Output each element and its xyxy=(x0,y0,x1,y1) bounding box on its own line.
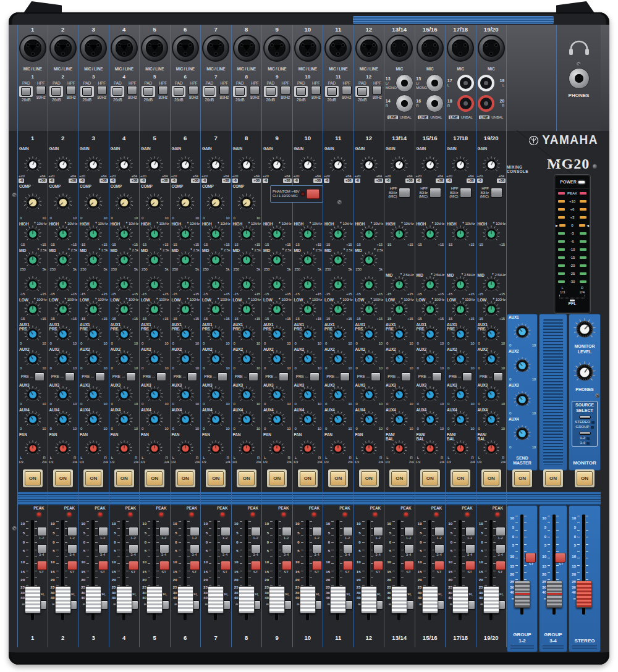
aux2-knob[interactable] xyxy=(266,350,287,368)
gain-knob[interactable] xyxy=(83,156,104,174)
assign-button-st[interactable] xyxy=(129,561,138,570)
eq-high-knob[interactable] xyxy=(83,225,104,243)
eq-high-knob[interactable] xyxy=(53,225,74,243)
hpf-button[interactable] xyxy=(36,86,46,94)
eq-high-knob[interactable] xyxy=(205,225,226,243)
assign-button-3-4[interactable] xyxy=(129,544,138,553)
gain-knob[interactable] xyxy=(450,156,471,174)
aux3-knob[interactable] xyxy=(114,385,135,404)
assign-button-st[interactable] xyxy=(37,561,47,570)
master-on-button-group-3-4[interactable]: ON xyxy=(545,471,561,485)
fader-cap[interactable] xyxy=(300,586,316,613)
comp-knob[interactable] xyxy=(235,193,258,212)
fader-cap[interactable] xyxy=(422,586,438,613)
pre-button[interactable] xyxy=(493,372,503,381)
eq-high-knob[interactable] xyxy=(144,225,165,243)
aux4-knob[interactable] xyxy=(83,410,104,429)
aux3-knob[interactable] xyxy=(297,385,318,404)
eq-mid-gain-knob[interactable] xyxy=(53,275,74,294)
eq-mid-knob[interactable] xyxy=(450,275,471,294)
aux1-knob[interactable] xyxy=(175,325,196,343)
on-button[interactable]: ON xyxy=(361,471,377,485)
on-button[interactable]: ON xyxy=(85,471,101,485)
assign-button-1-2[interactable] xyxy=(98,527,108,536)
eq-mid-gain-knob[interactable] xyxy=(22,275,43,294)
fader-cap[interactable] xyxy=(452,586,468,613)
fader-cap[interactable] xyxy=(361,586,377,613)
eq-high-knob[interactable] xyxy=(358,225,379,243)
pad-button[interactable] xyxy=(327,87,337,96)
master-on-button-group-1-2[interactable]: ON xyxy=(514,471,530,485)
aux1-knob[interactable] xyxy=(83,325,104,343)
eq-mid-gain-knob[interactable] xyxy=(175,275,196,294)
pan-knob[interactable] xyxy=(451,440,470,457)
fader-cap[interactable] xyxy=(208,586,224,613)
on-button[interactable]: ON xyxy=(25,471,41,485)
pan-knob[interactable] xyxy=(23,440,43,457)
hpf-button[interactable] xyxy=(342,86,352,94)
aux1-knob[interactable] xyxy=(53,325,74,343)
assign-button-st[interactable] xyxy=(343,561,353,570)
assign-button-st[interactable] xyxy=(465,561,475,570)
assign-button-3-4[interactable] xyxy=(373,544,383,553)
assign-button-3-4[interactable] xyxy=(37,544,47,553)
hpf-mic-button[interactable] xyxy=(430,188,441,198)
phantom-switch[interactable] xyxy=(307,189,320,199)
hpf-mic-button[interactable] xyxy=(460,188,472,198)
aux3-knob[interactable] xyxy=(236,385,257,404)
pan-knob[interactable] xyxy=(481,440,501,457)
aux2-knob[interactable] xyxy=(297,350,318,368)
pan-knob[interactable] xyxy=(114,440,134,457)
pad-button[interactable] xyxy=(357,87,367,96)
eq-mid-freq-knob[interactable] xyxy=(144,251,165,269)
eq-high-knob[interactable] xyxy=(297,225,318,243)
eq-high-knob[interactable] xyxy=(266,225,287,243)
gain-knob[interactable] xyxy=(175,156,196,174)
aux1-knob[interactable] xyxy=(450,325,471,343)
eq-high-knob[interactable] xyxy=(450,225,471,243)
fader-cap[interactable] xyxy=(330,586,346,613)
aux3-knob[interactable] xyxy=(450,385,471,404)
gain-knob[interactable] xyxy=(297,156,318,174)
eq-high-knob[interactable] xyxy=(236,225,257,243)
send-master-aux1-knob[interactable] xyxy=(512,322,533,341)
aux3-knob[interactable] xyxy=(481,385,502,404)
gain-knob[interactable] xyxy=(53,156,74,174)
aux2-knob[interactable] xyxy=(358,350,379,368)
pre-button[interactable] xyxy=(279,372,289,381)
assign-button-3-4[interactable] xyxy=(343,544,353,553)
on-button[interactable]: ON xyxy=(116,471,132,485)
assign-button-1-2[interactable] xyxy=(67,527,77,536)
gain-knob[interactable] xyxy=(358,156,379,174)
comp-knob[interactable] xyxy=(143,193,166,212)
assign-button-3-4[interactable] xyxy=(282,544,292,553)
aux2-knob[interactable] xyxy=(83,350,104,368)
pre-button[interactable] xyxy=(126,372,136,381)
pre-button[interactable] xyxy=(156,372,166,381)
assign-button-1-2[interactable] xyxy=(343,527,353,536)
hpf-button[interactable] xyxy=(281,86,290,94)
assign-button-st[interactable] xyxy=(221,561,231,570)
assign-button-st[interactable] xyxy=(98,561,108,570)
fader-cap[interactable] xyxy=(85,586,101,613)
aux1-knob[interactable] xyxy=(205,325,226,343)
assign-button-st[interactable] xyxy=(434,561,444,570)
pre-button[interactable] xyxy=(218,372,227,381)
assign-button-1-2[interactable] xyxy=(465,527,475,536)
aux3-knob[interactable] xyxy=(420,385,441,404)
pan-knob[interactable] xyxy=(176,440,195,457)
on-button[interactable]: ON xyxy=(177,471,193,485)
aux4-knob[interactable] xyxy=(53,410,74,429)
assign-button-st[interactable] xyxy=(67,561,77,570)
assign-button-3-4[interactable] xyxy=(190,544,200,553)
source-select-button-1[interactable] xyxy=(579,416,591,419)
aux3-knob[interactable] xyxy=(53,385,74,404)
assign-button-st[interactable] xyxy=(373,561,383,570)
gain-knob[interactable] xyxy=(481,156,502,174)
eq-mid-gain-knob[interactable] xyxy=(114,275,135,294)
master-st-button[interactable] xyxy=(555,553,565,563)
aux1-knob[interactable] xyxy=(22,325,43,343)
assign-button-st[interactable] xyxy=(312,561,322,570)
eq-mid-knob[interactable] xyxy=(389,275,410,294)
eq-high-knob[interactable] xyxy=(22,225,43,243)
